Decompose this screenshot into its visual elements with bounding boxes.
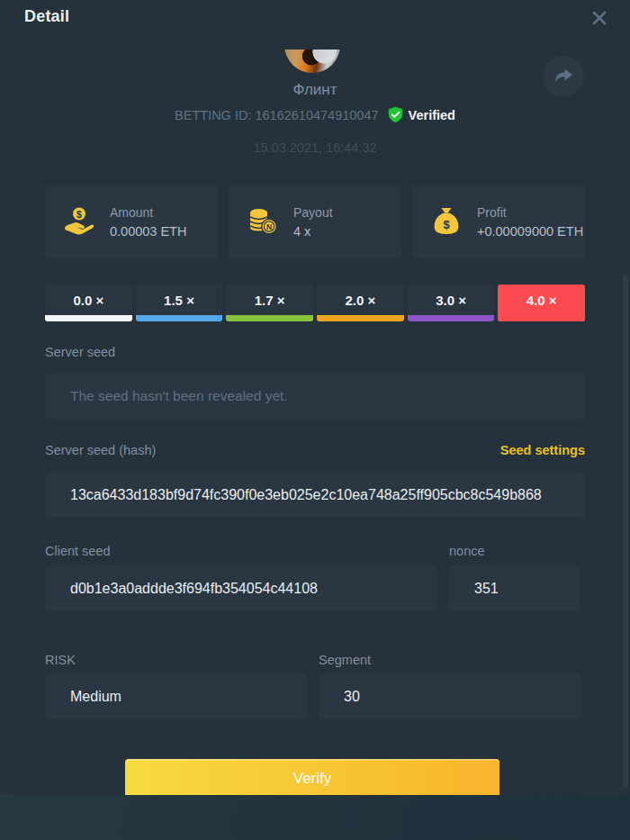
verify-button[interactable]: Verify <box>125 759 500 795</box>
svg-text:$: $ <box>443 218 450 231</box>
server-seed-hash-value: 13ca6433d183bf9d74fc390f0e3eb025e2c10ea7… <box>70 487 542 503</box>
hand-coin-icon: $ <box>63 205 95 238</box>
betting-id: BETTING ID: 16162610474910047 <box>175 108 379 122</box>
multiplier-tab-2.0x[interactable]: 2.0 × <box>317 285 404 321</box>
server-seed-hash-field[interactable]: 13ca6433d183bf9d74fc390f0e3eb025e2c10ea7… <box>45 473 585 518</box>
nonce-value: 351 <box>474 581 499 597</box>
multiplier-tab-3.0x[interactable]: 3.0 × <box>408 285 495 321</box>
betting-id-row: BETTING ID: 16162610474910047 Verified <box>0 106 630 123</box>
client-seed-label: Client seed <box>45 544 111 558</box>
multiplier-bar <box>498 315 585 321</box>
amount-label: Amount <box>110 205 186 220</box>
server-seed-hash-label: Server seed (hash) <box>45 443 156 457</box>
multiplier-tabs: 0.0 × 1.5 × 1.7 × 2.0 × 3.0 × 4.0 × <box>45 285 585 321</box>
verified-badge: Verified <box>387 106 455 123</box>
profit-label: Profit <box>477 205 583 220</box>
amount-card: $ Amount 0.00003 ETH <box>45 185 218 257</box>
multiplier-tab-0.0x[interactable]: 0.0 × <box>45 285 132 321</box>
amount-value: 0.00003 ETH <box>110 224 186 239</box>
multiplier-bar <box>408 315 495 321</box>
shield-check-icon <box>387 106 404 123</box>
multiplier-bar <box>45 315 132 321</box>
multiplier-tab-1.7x[interactable]: 1.7 × <box>226 285 313 321</box>
nonce-field[interactable]: 351 <box>449 566 580 611</box>
close-icon[interactable] <box>589 7 610 29</box>
money-bag-icon: $ <box>430 205 463 238</box>
player-name: Флинт <box>0 81 630 99</box>
segment-value: 30 <box>344 689 360 705</box>
multiplier-tab-4.0x-selected[interactable]: 4.0 × <box>498 285 585 321</box>
verified-label: Verified <box>409 108 455 122</box>
seed-settings-link[interactable]: Seed settings <box>500 443 585 457</box>
risk-label: RISK <box>45 653 76 667</box>
scrollbar-thumb[interactable] <box>623 275 628 788</box>
server-seed-label: Server seed <box>45 345 115 359</box>
payout-label: Payout <box>293 205 333 220</box>
page-title: Detail <box>24 7 69 26</box>
client-seed-value: d0b1e3a0addde3f694fb354054c44108 <box>70 581 318 597</box>
payout-value: 4 x <box>293 224 333 239</box>
profit-card: $ Profit +0.00009000 ETH <box>412 185 585 257</box>
client-seed-field[interactable]: d0b1e3a0addde3f694fb354054c44108 <box>45 566 436 611</box>
segment-label: Segment <box>319 653 371 667</box>
multiplier-bar <box>317 315 404 321</box>
payout-card: N Payout 4 x <box>229 185 401 257</box>
nonce-label: nonce <box>449 544 485 558</box>
avatar <box>284 50 340 73</box>
profit-value: +0.00009000 ETH <box>477 224 583 239</box>
risk-field[interactable]: Medium <box>45 674 307 719</box>
stats-row: $ Amount 0.00003 ETH N <box>45 185 585 257</box>
risk-value: Medium <box>70 689 122 705</box>
svg-text:N: N <box>266 222 272 231</box>
segment-field[interactable]: 30 <box>319 674 580 719</box>
server-seed-field[interactable]: The seed hasn't been revealed yet. <box>45 374 585 419</box>
multiplier-bar <box>136 315 223 321</box>
svg-text:$: $ <box>76 209 82 220</box>
coins-icon: N <box>247 205 279 238</box>
multiplier-tab-1.5x[interactable]: 1.5 × <box>136 285 223 321</box>
detail-modal: Detail Флинт BETTING ID: 161626104749100… <box>0 0 630 795</box>
server-seed-value: The seed hasn't been revealed yet. <box>70 388 288 404</box>
multiplier-bar <box>226 315 313 321</box>
bet-datetime: 15.03.2021, 16:44:32 <box>0 140 630 155</box>
